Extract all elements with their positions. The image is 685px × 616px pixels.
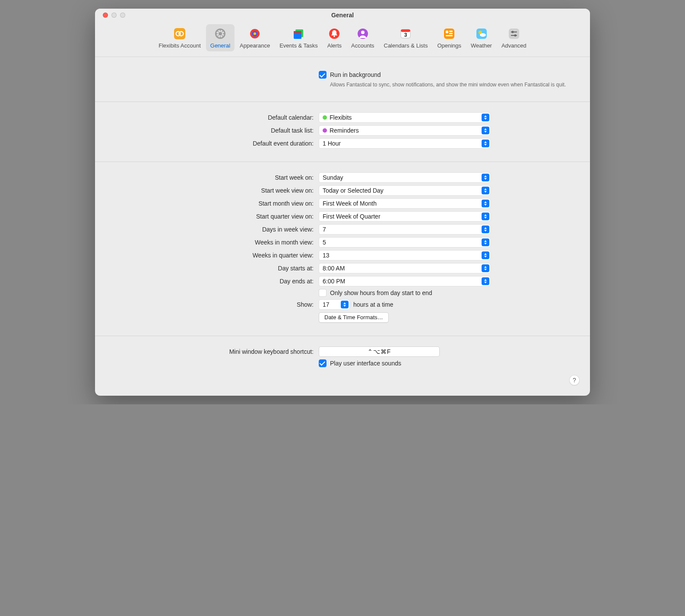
chevron-updown-icon: [482, 174, 489, 181]
openings-icon: [442, 27, 456, 41]
weeks-month-label: Weeks in month view:: [112, 239, 319, 246]
chevron-updown-icon: [482, 200, 489, 207]
svg-rect-30: [449, 33, 453, 34]
day-start-select[interactable]: 8:00 AM: [319, 263, 491, 273]
tasklist-color-dot: [323, 128, 327, 133]
help-button[interactable]: ?: [569, 375, 580, 385]
close-dot[interactable]: [103, 13, 108, 18]
chevron-updown-icon: [482, 187, 489, 194]
weeks-quarter-select[interactable]: 13: [319, 250, 491, 260]
svg-text:3: 3: [404, 32, 407, 38]
start-week-select[interactable]: Sunday: [319, 172, 491, 183]
chevron-updown-icon: [482, 225, 489, 233]
day-start-label: Day starts at:: [112, 265, 319, 272]
calendar-color-dot: [323, 115, 327, 120]
days-week-select[interactable]: 7: [319, 224, 491, 235]
start-quarter-select[interactable]: First Week of Quarter: [319, 211, 491, 222]
chevron-updown-icon: [482, 213, 489, 220]
start-week-label: Start week on:: [112, 174, 319, 181]
chevron-updown-icon: [482, 140, 489, 147]
run-in-background-subtext: Allows Fantastical to sync, show notific…: [330, 81, 566, 89]
appearance-icon: [248, 27, 262, 41]
svg-rect-28: [446, 31, 448, 33]
minimize-dot[interactable]: [111, 13, 117, 18]
chevron-updown-icon: [341, 301, 349, 308]
svg-point-5: [219, 32, 222, 35]
start-quarter-label: Start quarter view on:: [112, 213, 319, 220]
sliders-icon: [507, 27, 521, 41]
svg-point-34: [480, 33, 486, 37]
start-month-select[interactable]: First Week of Month: [319, 198, 491, 209]
gear-icon: [213, 27, 227, 41]
show-hours-select[interactable]: 17: [319, 299, 350, 310]
svg-rect-35: [509, 29, 519, 39]
start-weekview-label: Start week view on:: [112, 187, 319, 194]
default-duration-label: Default event duration:: [112, 140, 319, 147]
weeks-month-select[interactable]: 5: [319, 237, 491, 248]
tab-calendars-lists[interactable]: 3 Calendars & Lists: [380, 24, 432, 51]
shortcut-input[interactable]: ⌃⌥⌘F: [319, 346, 440, 357]
chevron-updown-icon: [482, 264, 489, 272]
tab-accounts[interactable]: Accounts: [347, 24, 378, 51]
default-calendar-label: Default calendar:: [112, 114, 319, 121]
days-week-label: Days in week view:: [112, 226, 319, 233]
person-icon: [356, 27, 370, 41]
window-title: General: [331, 12, 354, 19]
default-tasklist-select[interactable]: Reminders: [319, 125, 491, 136]
tab-alerts[interactable]: Alerts: [323, 24, 346, 51]
toolbar: Flexibits Account General Appearance Eve…: [95, 22, 590, 57]
weather-icon: [475, 27, 488, 41]
run-in-background-checkbox[interactable]: [319, 71, 327, 79]
titlebar: General: [95, 9, 590, 22]
chevron-updown-icon: [482, 114, 489, 121]
start-month-label: Start month view on:: [112, 200, 319, 207]
tab-weather[interactable]: Weather: [466, 24, 496, 51]
chevron-updown-icon: [482, 251, 489, 259]
calendar-icon: 3: [399, 27, 412, 41]
bell-icon: [327, 27, 341, 41]
tab-flexibits-account[interactable]: Flexibits Account: [154, 24, 205, 51]
chevron-updown-icon: [482, 238, 489, 246]
start-weekview-select[interactable]: Today or Selected Day: [319, 185, 491, 196]
run-in-background-label: Run in background: [330, 71, 381, 78]
tab-general[interactable]: General: [206, 24, 235, 51]
weeks-quarter-label: Weeks in quarter view:: [112, 252, 319, 259]
play-sounds-checkbox[interactable]: [319, 359, 327, 367]
day-end-label: Day ends at:: [112, 278, 319, 285]
chevron-updown-icon: [482, 127, 489, 134]
svg-rect-29: [449, 31, 453, 32]
svg-rect-31: [446, 35, 453, 36]
tab-openings[interactable]: Openings: [433, 24, 466, 51]
svg-point-21: [334, 35, 336, 37]
show-hours-suffix: hours at a time: [353, 301, 393, 308]
preferences-window: General Flexibits Account General Appear…: [95, 9, 590, 396]
svg-rect-19: [294, 31, 301, 33]
svg-point-37: [511, 31, 514, 33]
svg-point-39: [514, 35, 516, 37]
svg-point-23: [361, 31, 365, 34]
flexibits-icon: [173, 27, 187, 41]
default-duration-select[interactable]: 1 Hour: [319, 138, 491, 149]
svg-point-16: [254, 32, 256, 35]
day-end-select[interactable]: 6:00 PM: [319, 276, 491, 286]
tab-events-tasks[interactable]: Events & Tasks: [275, 24, 322, 51]
tab-appearance[interactable]: Appearance: [235, 24, 274, 51]
only-show-hours-checkbox[interactable]: [319, 289, 327, 297]
show-hours-label: Show:: [112, 301, 319, 308]
window-controls: [103, 13, 125, 18]
zoom-dot[interactable]: [120, 13, 125, 18]
date-time-formats-button[interactable]: Date & Time Formats…: [319, 312, 389, 323]
default-tasklist-label: Default task list:: [112, 127, 319, 134]
calendar-stack-icon: [292, 27, 305, 41]
play-sounds-label: Play user interface sounds: [330, 360, 401, 367]
tab-advanced[interactable]: Advanced: [497, 24, 531, 51]
shortcut-label: Mini window keyboard shortcut:: [112, 348, 319, 355]
only-show-hours-label: Only show hours from day start to end: [330, 289, 432, 296]
chevron-updown-icon: [482, 277, 489, 285]
default-calendar-select[interactable]: Flexibits: [319, 112, 491, 123]
